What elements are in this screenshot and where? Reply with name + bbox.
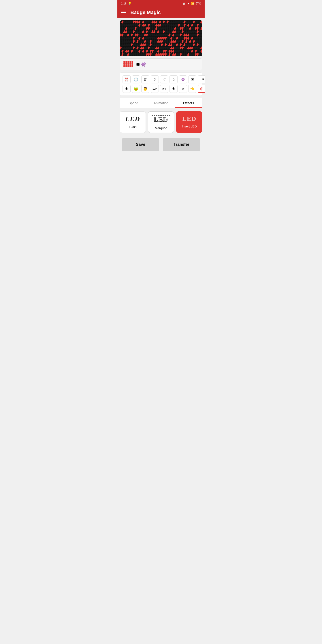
led-canvas (120, 20, 202, 56)
icon-trash[interactable]: 🗑 (141, 75, 149, 84)
status-right: ⏰ ▼ 📶 57% (182, 2, 201, 5)
tabs-bar: Speed Animation Effects (120, 98, 202, 108)
action-buttons: Save Transfer (118, 136, 204, 156)
effect-invert[interactable]: LED Invert LED (176, 111, 202, 133)
emoji-spider[interactable]: 🕷👾 (136, 62, 146, 67)
status-bar: 1:18 💡 ⏰ ▼ 📶 57% (118, 0, 204, 7)
icon-heart[interactable]: ♡ (160, 75, 168, 84)
app-bar: Badge Magic (118, 7, 204, 18)
transfer-button[interactable]: Transfer (163, 138, 200, 151)
time-display: 1:18 (121, 2, 126, 5)
invert-led-text: LED (182, 115, 196, 122)
effect-marquee[interactable]: LED Marquee (148, 111, 174, 133)
battery-display: 57% (196, 2, 201, 5)
tab-effects[interactable]: Effects (175, 98, 202, 108)
flash-led-text: LED (125, 115, 140, 123)
led-preview (120, 20, 202, 56)
icon-clock[interactable]: 🕐 (132, 75, 140, 84)
light-icon: 💡 (128, 2, 132, 5)
menu-button[interactable] (121, 11, 126, 14)
icon-1up[interactable]: 1UP (198, 75, 204, 84)
emoji-picker[interactable]: 🕷👾 (136, 62, 146, 67)
marquee-label: Marquee (155, 126, 167, 130)
icon-frog[interactable]: 🐸 (132, 85, 140, 93)
invert-label: Invert LED (182, 124, 197, 128)
icon-spider2[interactable]: 🕷 (170, 85, 178, 93)
app-title: Badge Magic (130, 10, 161, 16)
effect-flash[interactable]: LED Flash (120, 111, 146, 133)
signal-icon: 📶 (191, 2, 194, 5)
tab-speed[interactable]: Speed (120, 98, 147, 108)
icon-hand[interactable]: 👈 (188, 85, 196, 93)
icon-sun[interactable]: ✳ (179, 85, 187, 93)
icon-add[interactable]: ⊕ (198, 85, 204, 93)
icon-skip[interactable]: ⏮ (160, 85, 168, 93)
alarm-icon: ⏰ (182, 2, 186, 5)
effects-panel: LED Flash LED Marquee LED Invert LED (118, 108, 204, 136)
wifi-icon: ▼ (187, 2, 190, 5)
icons-panel: ⏰ 🕐 🗑 ☺ ♡ ⌂ 👾 ✉ 1UP 🕷 🐸 👨 1UP ⏮ 🕷 ✳ 👈 ⊕ (120, 72, 202, 96)
emoji-toolbar: 🕷👾 (120, 58, 202, 70)
icon-invader[interactable]: 👾 (179, 75, 187, 84)
tab-animation[interactable]: Animation (147, 98, 175, 108)
icon-mustache[interactable]: 👨 (141, 85, 149, 93)
status-left: 1:18 💡 (121, 2, 132, 5)
icon-spider1[interactable]: 🕷 (122, 85, 130, 93)
keyboard-icon[interactable] (124, 61, 133, 67)
marquee-led-text: LED (152, 115, 170, 124)
icon-alarm[interactable]: ⏰ (122, 75, 130, 84)
icon-mail[interactable]: ✉ (188, 75, 196, 84)
icon-1up2[interactable]: 1UP (151, 85, 159, 93)
icon-house[interactable]: ⌂ (170, 75, 178, 84)
icon-face[interactable]: ☺ (151, 75, 159, 84)
save-button[interactable]: Save (122, 138, 159, 151)
flash-label: Flash (129, 125, 136, 128)
